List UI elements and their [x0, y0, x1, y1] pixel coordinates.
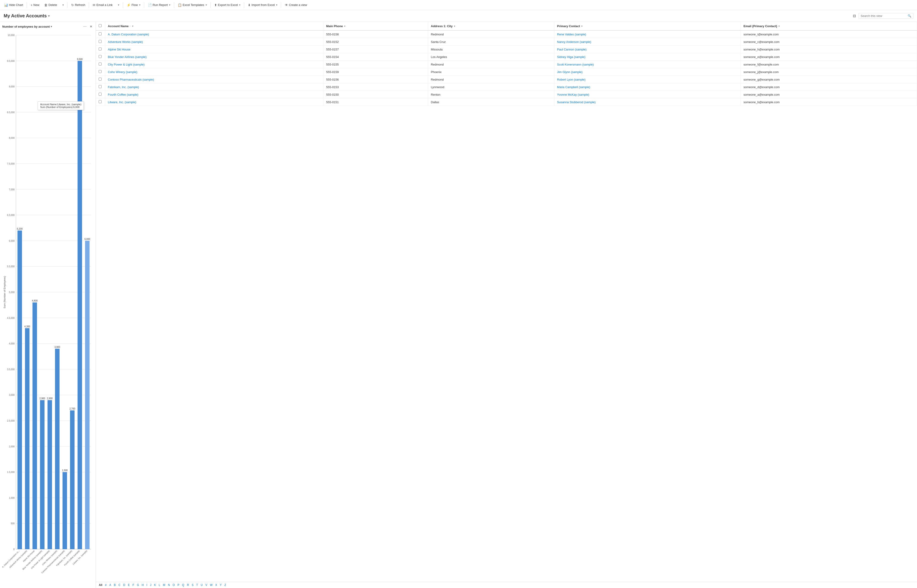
alpha-o-button[interactable]: O [172, 583, 176, 587]
account-name-link[interactable]: Coho Winery (sample) [108, 70, 137, 74]
account-name-link[interactable]: Contoso Pharmaceuticals (sample) [108, 78, 154, 81]
alpha-w-button[interactable]: W [209, 583, 214, 587]
alpha-i-button[interactable]: I [145, 583, 149, 587]
alpha-m-button[interactable]: M [162, 583, 166, 587]
hide-chart-button[interactable]: 📊 Hide Chart [2, 2, 25, 8]
chart-title-chevron[interactable]: ▾ [51, 25, 52, 28]
account-name-link[interactable]: Blue Yonder Airlines (sample) [108, 55, 147, 59]
refresh-button[interactable]: ↻ Refresh [69, 2, 88, 8]
alpha-g-button[interactable]: G [136, 583, 140, 587]
alpha-l-button[interactable]: L [157, 583, 161, 587]
alpha-u-button[interactable]: U [199, 583, 204, 587]
export-icon: ⬆ [214, 3, 217, 7]
alpha-s-button[interactable]: S [191, 583, 195, 587]
svg-text:2,000: 2,000 [9, 445, 15, 448]
excel-templates-button[interactable]: 📋 Excel Templates ▾ [176, 2, 209, 8]
alpha-p-button[interactable]: P [176, 583, 181, 587]
delete-button[interactable]: 🗑 Delete [42, 2, 59, 8]
primary-contact-link[interactable]: Scott Konersmann (sample) [557, 63, 594, 66]
alpha-r-button[interactable]: R [186, 583, 190, 587]
alpha-n-button[interactable]: N [167, 583, 171, 587]
account-name-link[interactable]: A. Datum Corporation (sample) [108, 32, 149, 36]
chart-more-button[interactable]: ⋯ [82, 24, 87, 29]
row-checkbox[interactable] [98, 78, 102, 81]
row-checkbox[interactable] [98, 40, 102, 43]
primary-contact-link[interactable]: Paul Cannon (sample) [557, 48, 586, 51]
account-name-link[interactable]: Litware, Inc. (sample) [108, 100, 136, 104]
alpha-c-button[interactable]: C [117, 583, 122, 587]
row-checkbox[interactable] [98, 47, 102, 50]
account-name-link[interactable]: Fabrikam, Inc. (sample) [108, 86, 139, 89]
main-content: Number of employees by account ▾ ⋯ ✕ 050… [0, 22, 917, 588]
row-checkbox[interactable] [98, 55, 102, 58]
svg-text:3,900: 3,900 [54, 346, 60, 348]
alpha-f-button[interactable]: F [131, 583, 135, 587]
primary-contact-link[interactable]: Sidney Higa (sample) [557, 55, 585, 59]
select-all-checkbox[interactable] [98, 24, 102, 27]
account-name-cell: Blue Yonder Airlines (sample) [105, 53, 323, 61]
primary-contact-link[interactable]: Nancy Anderson (sample) [557, 40, 591, 44]
primary-contact-link[interactable]: Susanna Stubberod (sample) [557, 100, 596, 104]
filter-account[interactable]: ▾ [132, 25, 133, 27]
chart-header: Number of employees by account ▾ ⋯ ✕ [2, 24, 94, 29]
flow-button[interactable]: ⚡ Flow ▾ [124, 2, 142, 8]
alpha-v-button[interactable]: V [204, 583, 208, 587]
run-report-button[interactable]: 📄 Run Report ▾ [145, 2, 173, 8]
account-name-cell: Alpine Ski House [105, 46, 323, 53]
export-excel-button[interactable]: ⬆ Export to Excel ▾ [212, 2, 242, 8]
primary-contact-link[interactable]: Robert Lyon (sample) [557, 78, 586, 81]
row-checkbox[interactable] [98, 70, 102, 73]
email-link-chevron[interactable]: ▾ [115, 3, 121, 7]
page-title-chevron[interactable]: ▾ [48, 15, 50, 18]
alpha-j-button[interactable]: J [149, 583, 152, 587]
svg-rect-66 [70, 410, 74, 549]
row-checkbox[interactable] [98, 100, 102, 103]
primary-contact-link[interactable]: Maria Campbell (sample) [557, 86, 590, 89]
create-view-button[interactable]: 👁 Create a view [283, 2, 309, 8]
account-name-link[interactable]: Fourth Coffee (sample) [108, 93, 138, 96]
alpha-a-button[interactable]: A [108, 583, 112, 587]
alpha-b-button[interactable]: B [113, 583, 117, 587]
grid-table-wrapper[interactable]: Account Name ↑ ▾ Main Phone ▾ [96, 22, 917, 582]
alpha-d-button[interactable]: D [122, 583, 126, 587]
account-name-cell: Contoso Pharmaceuticals (sample) [105, 76, 323, 83]
svg-text:7,000: 7,000 [9, 188, 15, 191]
row-checkbox[interactable] [98, 63, 102, 66]
sort-icon-account[interactable]: ↑ [130, 25, 131, 27]
alpha-y-button[interactable]: Y [219, 583, 223, 587]
alpha-e-button[interactable]: E [127, 583, 131, 587]
delete-chevron[interactable]: ▾ [60, 3, 66, 7]
account-name-link[interactable]: Adventure Works (sample) [108, 40, 143, 44]
primary-contact-link[interactable]: Yvonne McKay (sample) [557, 93, 589, 96]
filter-email[interactable]: ▾ [778, 25, 780, 27]
filter-phone[interactable]: ▾ [344, 25, 345, 27]
alpha-k-button[interactable]: K [153, 583, 157, 587]
new-button[interactable]: + New [28, 2, 42, 8]
alpha-z-button[interactable]: Z [223, 583, 227, 587]
filter-city[interactable]: ▾ [454, 25, 455, 27]
alpha-h-button[interactable]: H [140, 583, 145, 587]
email-cell: someone_e@example.com [741, 53, 917, 61]
alpha-q-button[interactable]: Q [181, 583, 185, 587]
create-view-icon: 👁 [285, 3, 288, 7]
import-excel-button[interactable]: ⬇ Import from Excel ▾ [245, 2, 279, 8]
search-input[interactable] [860, 14, 906, 18]
filter-icon[interactable]: ⊟ [852, 13, 857, 19]
svg-text:6,000: 6,000 [84, 238, 90, 241]
row-checkbox[interactable] [98, 85, 102, 88]
row-checkbox[interactable] [98, 32, 102, 36]
chart-close-button[interactable]: ✕ [89, 24, 94, 29]
account-name-link[interactable]: City Power & Light (sample) [108, 63, 145, 66]
alpha-#-button[interactable]: # [104, 583, 108, 587]
alpha-all-button[interactable]: All [98, 583, 103, 587]
primary-contact-link[interactable]: Jim Glynn (sample) [557, 70, 583, 74]
row-checkbox[interactable] [98, 93, 102, 95]
alpha-x-button[interactable]: X [214, 583, 218, 587]
svg-rect-69 [77, 61, 82, 549]
filter-contact[interactable]: ▾ [581, 25, 583, 27]
email-link-button[interactable]: ✉ Email a Link [90, 2, 115, 8]
alpha-t-button[interactable]: T [195, 583, 199, 587]
primary-contact-link[interactable]: Rene Valdes (sample) [557, 32, 586, 36]
table-header: Account Name ↑ ▾ Main Phone ▾ [96, 22, 917, 31]
account-name-link[interactable]: Alpine Ski House [108, 48, 131, 51]
